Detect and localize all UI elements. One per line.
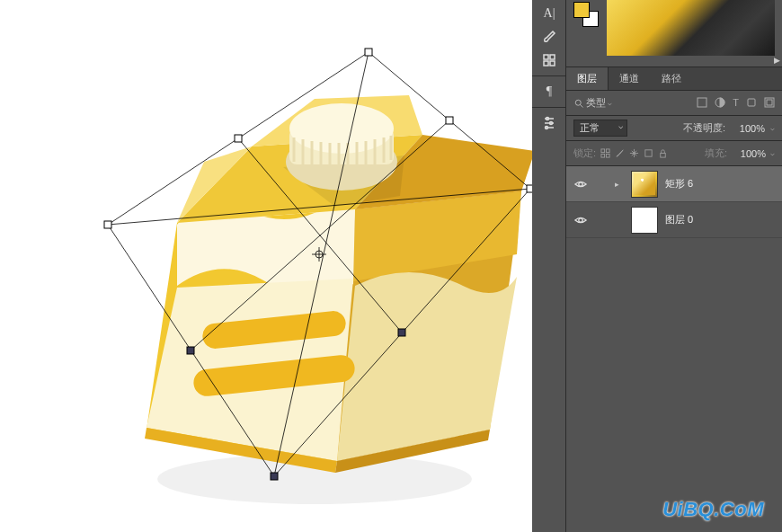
layer-thumbnail[interactable] [631,171,658,198]
svg-rect-44 [544,55,548,59]
lock-position-icon[interactable] [629,148,639,158]
svg-point-67 [579,182,582,185]
layers-list: ▸ 矩形 6 图层 0 [566,166,782,532]
tab-layers[interactable]: 图层 [566,67,609,90]
opacity-label: 不透明度: [683,121,725,135]
lock-artboard-icon[interactable] [644,148,653,158]
svg-line-55 [581,104,583,107]
svg-rect-66 [661,154,666,158]
blend-mode-select[interactable]: 正常 [573,120,627,137]
expand-layer-icon[interactable]: ▸ [615,180,624,189]
svg-rect-63 [601,154,605,157]
svg-rect-65 [645,150,652,156]
svg-rect-46 [544,61,548,66]
svg-rect-56 [698,98,706,107]
gradient-preview[interactable] [607,0,775,56]
layer-filter-row: 类型 ⌵ T [566,91,782,116]
fg-color-swatch[interactable] [573,2,590,18]
layer-thumbnail[interactable] [631,207,658,234]
filter-smart-icon[interactable] [764,97,775,110]
filter-shape-icon[interactable] [746,97,757,110]
swatches-panel-icon[interactable] [532,49,566,72]
svg-point-54 [575,100,581,105]
filter-search[interactable]: 类型 ⌵ [573,96,612,110]
svg-rect-60 [767,100,772,105]
brush-panel-icon[interactable] [532,25,566,49]
fill-value[interactable]: 100% [732,148,766,159]
visibility-toggle[interactable] [570,214,591,226]
tab-paths[interactable]: 路径 [651,67,693,90]
adjustments-panel-icon[interactable] [532,111,566,135]
layer-name[interactable]: 矩形 6 [665,177,693,191]
chevron-down-icon[interactable]: ⌵ [770,149,775,157]
svg-rect-58 [748,99,755,106]
panel-tabs: 图层 通道 路径 [566,67,782,91]
opacity-value[interactable]: 100% [731,123,765,134]
layer-name[interactable]: 图层 0 [665,213,693,226]
canvas[interactable] [0,0,532,532]
filter-adjust-icon[interactable] [715,97,725,110]
lock-pixels-icon[interactable] [615,148,625,158]
blend-mode-row: 正常 不透明度: 100% ⌵ [566,116,782,141]
layer-item[interactable]: 图层 0 [566,202,782,238]
filter-type-icon[interactable]: T [733,97,739,110]
artwork-carton [103,52,535,519]
svg-rect-64 [606,154,609,157]
character-panel-icon[interactable]: A| [532,2,566,25]
svg-rect-62 [606,149,609,153]
gradient-preview-panel: ▶ [566,0,782,67]
svg-point-68 [579,217,582,221]
visibility-toggle[interactable] [570,178,591,191]
filter-pixel-icon[interactable] [697,97,707,110]
fill-label: 填充: [705,146,727,160]
svg-point-15 [289,103,394,154]
right-panel: A| ¶ ▶ 图层 通道 路径 类型 ⌵ [532,0,782,532]
tab-channels[interactable]: 通道 [609,67,651,90]
lock-all-icon[interactable] [658,148,668,158]
lock-label: 锁定: [573,146,596,160]
collapsed-panel-strip: A| ¶ [532,0,566,532]
svg-rect-47 [550,61,555,66]
svg-rect-45 [550,55,555,59]
paragraph-panel-icon[interactable]: ¶ [532,80,566,103]
lock-transparency-icon[interactable] [600,148,610,158]
chevron-down-icon[interactable]: ⌵ [770,124,775,132]
watermark: UiBQ.CoM [662,498,764,521]
color-swatches[interactable] [573,2,599,27]
svg-rect-61 [601,149,605,153]
layer-item[interactable]: ▸ 矩形 6 [566,166,782,202]
lock-row: 锁定: 填充: 100% ⌵ [566,141,782,166]
expand-arrow-icon[interactable]: ▶ [774,56,780,65]
